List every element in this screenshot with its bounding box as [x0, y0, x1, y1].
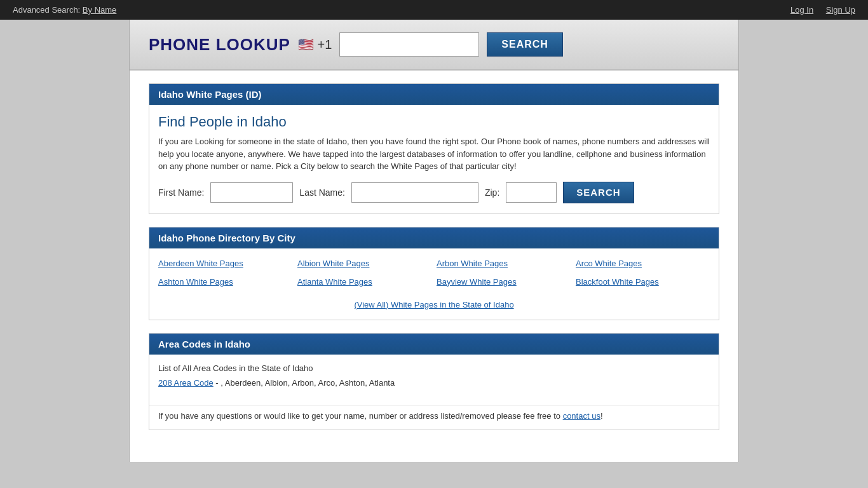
contact-link[interactable]: contact us — [563, 411, 600, 421]
city-directory-header: Idaho Phone Directory By City — [149, 227, 719, 248]
main-wrapper: PHONE LOOKUP 🇺🇸 +1 SEARCH Idaho White Pa… — [129, 20, 739, 462]
city-links-container: Aberdeen White PagesAlbion White PagesAr… — [149, 248, 719, 297]
area-codes-list-text: List of All Area Codes in the State of I… — [158, 363, 710, 373]
content-area: Idaho White Pages (ID) Find People in Id… — [130, 71, 738, 462]
advanced-search-label: Advanced Search: — [13, 5, 80, 15]
city-directory-section: Idaho Phone Directory By City Aberdeen W… — [149, 227, 719, 320]
view-all-container: (View All) White Pages in the State of I… — [149, 297, 719, 320]
phone-lookup-inner: PHONE LOOKUP 🇺🇸 +1 SEARCH — [149, 32, 719, 57]
phone-lookup-title: PHONE LOOKUP — [149, 35, 290, 55]
area-codes-header: Area Codes in Idaho — [149, 334, 719, 355]
flag-icon: 🇺🇸 — [298, 37, 314, 51]
city-link[interactable]: Albion White Pages — [297, 259, 431, 268]
zip-input[interactable] — [506, 182, 557, 203]
phone-lookup-section: PHONE LOOKUP 🇺🇸 +1 SEARCH — [130, 20, 738, 71]
city-link[interactable]: Arbon White Pages — [437, 259, 571, 268]
city-link[interactable]: Blackfoot White Pages — [576, 277, 710, 287]
area-code-208-cities: - , Aberdeen, Albion, Arbon, Arco, Ashto… — [214, 378, 395, 388]
top-bar: Advanced Search: By Name Log In Sign Up — [0, 0, 868, 20]
top-bar-auth: Log In Sign Up — [780, 5, 855, 15]
country-code: +1 — [317, 37, 332, 51]
zip-label: Zip: — [485, 187, 499, 198]
city-link[interactable]: Aberdeen White Pages — [158, 259, 292, 268]
login-link[interactable]: Log In — [790, 5, 813, 15]
signup-link[interactable]: Sign Up — [826, 5, 855, 15]
first-name-input[interactable] — [210, 182, 293, 203]
city-link[interactable]: Atlanta White Pages — [297, 277, 431, 287]
contact-text: If you have any questions or would like … — [149, 405, 719, 430]
phone-input[interactable] — [339, 32, 479, 57]
idaho-whitepages-section: Idaho White Pages (ID) Find People in Id… — [149, 83, 719, 214]
area-code-208-link[interactable]: 208 Area Code — [158, 378, 214, 388]
area-codes-section: Area Codes in Idaho List of All Area Cod… — [149, 333, 719, 430]
last-name-input[interactable] — [351, 182, 478, 203]
idaho-section-header: Idaho White Pages (ID) — [149, 84, 719, 105]
last-name-label: Last Name: — [299, 187, 345, 198]
flag-prefix: 🇺🇸 +1 — [298, 37, 332, 52]
name-search-button[interactable]: SEARCH — [563, 182, 634, 203]
area-code-208-line: 208 Area Code - , Aberdeen, Albion, Arbo… — [158, 378, 710, 388]
city-link[interactable]: Bayview White Pages — [437, 277, 571, 287]
find-people-description: If you are Looking for someone in the st… — [149, 135, 719, 182]
contact-pre-text: If you have any questions or would like … — [158, 411, 563, 421]
area-codes-content: List of All Area Codes in the State of I… — [149, 355, 719, 405]
phone-search-button[interactable]: SEARCH — [487, 32, 563, 57]
first-name-label: First Name: — [158, 187, 204, 198]
name-search-form: First Name: Last Name: Zip: SEARCH — [149, 182, 719, 214]
city-link[interactable]: Ashton White Pages — [158, 277, 292, 287]
city-link[interactable]: Arco White Pages — [576, 259, 710, 268]
find-people-title: Find People in Idaho — [149, 105, 719, 135]
contact-end: ! — [600, 411, 603, 421]
by-name-link[interactable]: By Name — [83, 5, 116, 15]
top-bar-advanced-search: Advanced Search: By Name — [13, 5, 116, 15]
view-all-link[interactable]: (View All) White Pages in the State of I… — [354, 300, 513, 309]
